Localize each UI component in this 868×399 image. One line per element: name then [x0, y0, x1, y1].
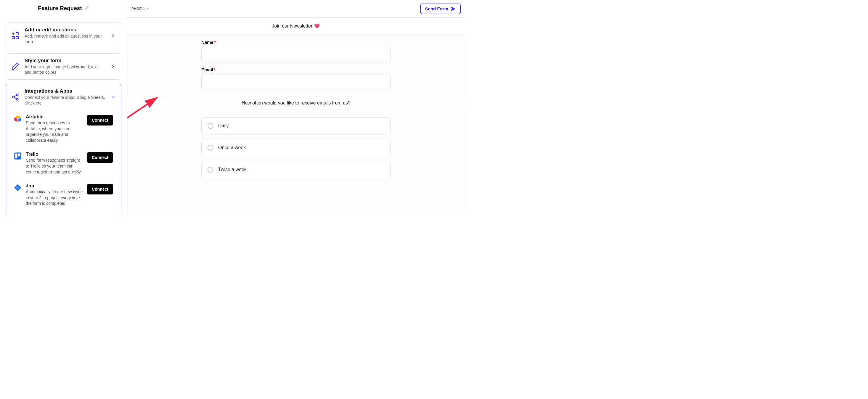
integration-name: Jira [26, 183, 83, 189]
svg-rect-4 [16, 36, 18, 39]
card-questions[interactable]: Add or edit questions Add, remove and ed… [6, 23, 121, 49]
integration-name: Airtable [26, 114, 83, 120]
integration-desc: Send form responses straight to Trello s… [26, 157, 83, 175]
card-style[interactable]: Style your form Add your logo, change ba… [6, 53, 121, 80]
card-questions-title: Add or edit questions [25, 27, 105, 33]
chevron-right-icon [110, 64, 116, 68]
radio-icon [208, 145, 213, 151]
integration-desc: Send form responses to Airtable, where y… [26, 120, 83, 143]
svg-rect-16 [18, 154, 20, 157]
heart-icon: 💗 [314, 23, 320, 29]
card-questions-sub: Add, remove and edit all questions in yo… [25, 33, 105, 45]
option-daily[interactable]: Daily [201, 117, 391, 134]
chevron-down-icon [147, 7, 150, 10]
email-input[interactable] [201, 74, 391, 89]
svg-line-10 [14, 98, 16, 99]
card-integrations-sub: Connect your favorite apps: Google Sheet… [25, 95, 105, 106]
svg-rect-15 [16, 154, 18, 158]
frequency-question-text: How often would you like to receive emai… [242, 100, 350, 106]
card-integrations: Integrations & Apps Connect your favorit… [6, 84, 121, 214]
svg-line-9 [14, 95, 16, 96]
jira-icon [14, 184, 22, 191]
chevron-right-icon [110, 34, 116, 38]
card-style-title: Style your form [25, 58, 105, 64]
connect-jira-button[interactable]: Connect [87, 184, 113, 194]
send-icon [451, 6, 456, 11]
card-integrations-header[interactable]: Integrations & Apps Connect your favorit… [6, 84, 121, 110]
pencil-icon [11, 62, 20, 71]
trello-icon [14, 152, 22, 160]
integration-trello: Trello Send form responses straight to T… [11, 147, 116, 179]
option-label: Once a week [218, 145, 246, 150]
integration-airtable: Airtable Send form responses to Airtable… [11, 110, 116, 147]
form-intro-title: Join our Newsletter [272, 23, 313, 29]
send-form-button[interactable]: Send Form [421, 4, 461, 14]
name-input[interactable] [201, 47, 391, 62]
radio-icon [208, 167, 213, 173]
svg-marker-13 [18, 118, 21, 122]
integration-jira: Jira Automatically create new issue in y… [11, 179, 116, 211]
grid-add-icon [11, 31, 20, 40]
integration-name: Trello [26, 152, 83, 157]
option-twice-a-week[interactable]: Twice a week [201, 161, 391, 178]
svg-marker-12 [14, 118, 17, 122]
radio-icon [208, 123, 213, 129]
connect-airtable-button[interactable]: Connect [87, 115, 113, 125]
page-title: Feature Request [38, 5, 82, 11]
page-selector[interactable]: PAGE 1 [131, 7, 150, 11]
card-style-sub: Add your logo, change background, text a… [25, 64, 105, 75]
option-label: Daily [218, 123, 229, 128]
required-asterisk: * [214, 40, 216, 45]
frequency-question-header: How often would you like to receive emai… [127, 95, 465, 111]
edit-title-icon[interactable] [84, 5, 89, 11]
option-label: Twice a week [218, 167, 247, 172]
name-field-label: Name [201, 40, 213, 45]
card-integrations-title: Integrations & Apps [25, 88, 105, 94]
page-selector-label: PAGE 1 [131, 7, 145, 11]
required-asterisk: * [214, 67, 216, 72]
chevron-down-icon [110, 95, 116, 99]
email-field-label: Email [201, 67, 213, 72]
form-intro-header: Join our Newsletter 💗 [127, 18, 465, 34]
option-once-a-week[interactable]: Once a week [201, 139, 391, 156]
share-icon [11, 93, 20, 101]
airtable-icon [14, 115, 22, 123]
connect-trello-button[interactable]: Connect [87, 152, 113, 163]
svg-rect-2 [16, 33, 18, 35]
left-header: Feature Request [0, 0, 127, 17]
svg-rect-3 [12, 36, 14, 39]
send-form-label: Send Form [425, 6, 448, 11]
integration-desc: Automatically create new issue in your J… [26, 189, 83, 207]
